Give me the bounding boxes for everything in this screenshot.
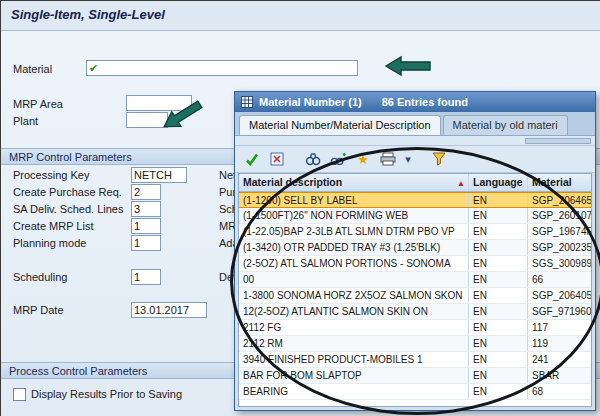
table-row[interactable]: (1-22.05)BAP 2-3LB ATL SLMN DTRM PBO VP … (239, 224, 591, 240)
cell-material[interactable]: SGP_206405 (527, 288, 591, 303)
processing-key-input[interactable]: NETCH (131, 167, 187, 183)
material-number-dialog: Material Number (1) 86 Entries found Mat… (234, 91, 596, 411)
material-input[interactable]: ✔ (86, 60, 358, 76)
cell-description[interactable]: 2112 RM (239, 336, 468, 351)
cell-language[interactable]: EN (468, 368, 527, 383)
create-purchase-req-input[interactable]: 2 (131, 184, 161, 200)
cell-language[interactable]: EN (468, 352, 527, 367)
cell-description[interactable]: (1-3420) OTR PADDED TRAY #3 (1.25'BLK) (239, 240, 468, 255)
sort-ascending-icon: ▲ (457, 175, 465, 191)
personal-value-list-icon[interactable] (428, 149, 450, 170)
cell-material[interactable]: 117 (527, 320, 591, 335)
dialog-titlebar[interactable]: Material Number (1) 86 Entries found (235, 92, 595, 112)
param-label: Processing Key (13, 169, 89, 181)
print-menu-icon[interactable]: ▾ (402, 149, 414, 170)
param-label: Scheduling (13, 271, 67, 283)
col-header-material[interactable]: Material (527, 174, 591, 191)
find-icon[interactable] (302, 149, 324, 170)
sa-deliv-sched-lines-input[interactable]: 3 (131, 201, 161, 217)
cell-description[interactable]: (1-22.05)BAP 2-3LB ATL SLMN DTRM PBO VP (239, 224, 468, 239)
table-row[interactable]: (2-5OZ) ATL SALMON PORTIONS - SONOMA EN … (239, 256, 591, 272)
table-row[interactable]: BEARING EN 68 (239, 384, 591, 400)
cell-language[interactable]: EN (468, 384, 527, 399)
cell-description[interactable]: BAR FOR BOM SLAPTOP (239, 368, 468, 383)
param-label: MRP Date (13, 304, 64, 316)
cell-language[interactable]: EN (468, 336, 527, 351)
close-window-icon[interactable] (266, 149, 288, 170)
cell-language[interactable]: EN (468, 208, 527, 223)
table-header-row: Material description ▲ Language Material (239, 174, 591, 192)
col-header-language[interactable]: Language (468, 174, 527, 191)
results-table: Material description ▲ Language Material… (238, 173, 592, 407)
table-row[interactable]: 12(2-5OZ) ATLANTIC SALMON SKIN ON EN SGF… (239, 304, 591, 320)
create-mrp-list-input[interactable]: 1 (131, 218, 161, 234)
table-row[interactable]: (1-3420) OTR PADDED TRAY #3 (1.25'BLK) E… (239, 240, 591, 256)
cell-description[interactable]: (1-1200) SELL BY LABEL (239, 193, 468, 207)
cell-description[interactable]: 2112 FG (239, 320, 468, 335)
cell-language[interactable]: EN (468, 272, 527, 287)
table-row[interactable]: BAR FOR BOM SLAPTOP EN SBAR (239, 368, 591, 384)
accept-icon[interactable] (241, 149, 263, 170)
cell-language[interactable]: EN (468, 256, 527, 271)
table-row[interactable]: 2112 RM EN 119 (239, 336, 591, 352)
sap-window: Single-Item, Single-Level Material ✔ MRP… (0, 0, 600, 416)
cell-language[interactable]: EN (468, 304, 527, 319)
cell-material[interactable]: SGP_260107 (527, 208, 591, 223)
cell-material[interactable]: SGS_300989 (527, 256, 591, 271)
cell-description[interactable]: BEARING (239, 384, 468, 399)
table-grid-icon (241, 96, 253, 108)
cell-language[interactable]: EN (468, 224, 527, 239)
table-row[interactable]: 1-3800 SONOMA HORZ 2X5OZ SALMON SKON EN … (239, 288, 591, 304)
favorites-star-icon[interactable]: ★ (352, 149, 374, 170)
cell-language[interactable]: EN (468, 240, 527, 255)
plant-label: Plant (13, 115, 38, 127)
material-label: Material (13, 63, 52, 75)
cell-description[interactable]: 00 (239, 272, 468, 287)
cell-language[interactable]: EN (468, 320, 527, 335)
cell-material[interactable]: SGF_9719601 (527, 304, 591, 319)
cell-material[interactable]: 68 (527, 384, 591, 399)
table-row[interactable]: 3940 FINISHED PRODUCT-MOBILES 1 EN 241 (239, 352, 591, 368)
page-title: Single-Item, Single-Level (11, 7, 165, 22)
cell-description[interactable]: 3940 FINISHED PRODUCT-MOBILES 1 (239, 352, 468, 367)
tab-material-number-description[interactable]: Material Number/Material Description (239, 115, 441, 135)
mrp-area-label: MRP Area (13, 98, 63, 110)
dialog-toolbar: ★ ▾ (235, 146, 595, 173)
tab-material-by-old-material[interactable]: Material by old materi (443, 115, 568, 135)
dialog-tabstrip: Material Number/Material Description Mat… (235, 112, 595, 136)
tab-scroll-strip (235, 136, 595, 146)
planning-mode-input[interactable]: 1 (131, 235, 161, 251)
entries-count: 86 Entries found (382, 96, 468, 108)
dialog-title: Material Number (1) (259, 96, 362, 108)
annotation-arrow-material (384, 55, 432, 77)
print-icon[interactable] (377, 149, 399, 170)
cell-description[interactable]: 1-3800 SONOMA HORZ 2X5OZ SALMON SKON (239, 288, 468, 303)
cell-material[interactable]: SGP_200235 (527, 240, 591, 255)
cell-material[interactable]: 119 (527, 336, 591, 351)
table-row[interactable]: (1-1500FT)26" NON FORMING WEB EN SGP_260… (239, 208, 591, 224)
display-results-checkbox[interactable] (13, 388, 26, 401)
scheduling-input[interactable]: 1 (131, 269, 161, 285)
table-row[interactable]: 00 EN 66 (239, 272, 591, 288)
cell-material[interactable]: SBAR (527, 368, 591, 383)
cell-language[interactable]: EN (468, 193, 527, 207)
cell-material[interactable]: 66 (527, 272, 591, 287)
cell-description[interactable]: (1-1500FT)26" NON FORMING WEB (239, 208, 468, 223)
cell-description[interactable]: 12(2-5OZ) ATLANTIC SALMON SKIN ON (239, 304, 468, 319)
col-header-material-description[interactable]: Material description ▲ (239, 174, 468, 191)
param-label: Create Purchase Req. (13, 186, 122, 198)
cell-language[interactable]: EN (468, 288, 527, 303)
cell-material[interactable]: SGP_19674P (527, 224, 591, 239)
table-row[interactable]: 2112 FG EN 117 (239, 320, 591, 336)
display-results-label: Display Results Prior to Saving (31, 388, 182, 400)
table-row[interactable]: (1-1200) SELL BY LABEL EN SGP_206465 (239, 192, 591, 208)
check-icon: ✔ (89, 62, 98, 74)
param-label: Create MRP List (13, 220, 94, 232)
cell-description[interactable]: (2-5OZ) ATL SALMON PORTIONS - SONOMA (239, 256, 468, 271)
param-label: SA Deliv. Sched. Lines (13, 203, 123, 215)
cell-material[interactable]: SGP_206465 (527, 193, 591, 207)
mrp-date-input[interactable]: 13.01.2017 (131, 302, 207, 318)
cell-material[interactable]: 241 (527, 352, 591, 367)
horizontal-scrollbar[interactable] (525, 138, 591, 144)
find-next-icon[interactable] (327, 149, 349, 170)
